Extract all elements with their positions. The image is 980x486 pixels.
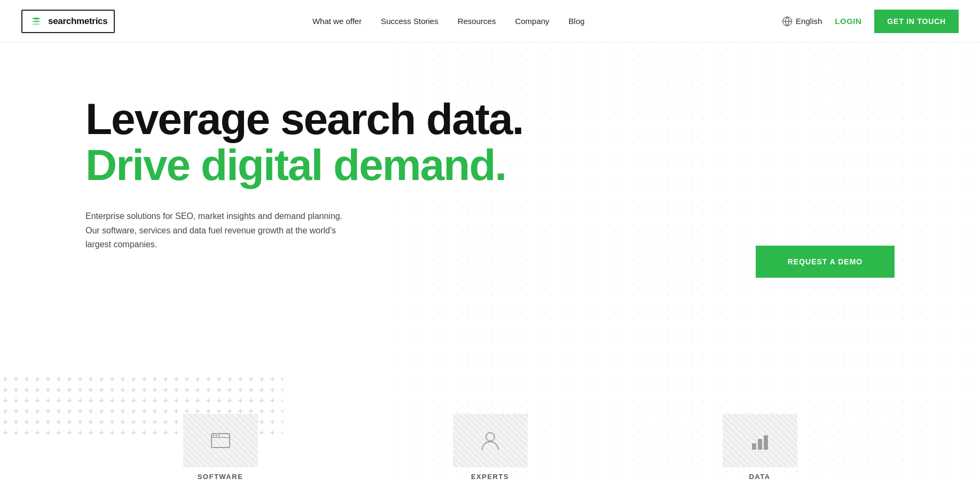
logo-text: searchmetrics [48, 16, 107, 27]
nav-item-resources[interactable]: Resources [458, 17, 496, 26]
request-demo-button[interactable]: REQUEST A DEMO [756, 246, 895, 278]
nav-right: English LOGIN GET IN TOUCH [782, 10, 959, 33]
experts-visual-icon [477, 427, 504, 454]
svg-point-8 [215, 435, 217, 436]
globe-icon [782, 16, 793, 27]
svg-rect-12 [758, 439, 762, 450]
svg-point-7 [213, 435, 214, 436]
hero-headline-green: Drive digital demand. [85, 142, 566, 188]
get-in-touch-button[interactable]: GET IN TOUCH [874, 10, 959, 33]
feature-card-data: DATA [707, 414, 813, 481]
hero-content: Leverage search data. Drive digital dema… [85, 96, 566, 252]
feature-card-experts: EXPERTS [437, 414, 544, 481]
logo-icon [29, 14, 44, 29]
feature-bar: SOFTWARE EXPERTS DATA [0, 414, 980, 481]
hero-description: Enterprise solutions for SEO, market ins… [85, 209, 352, 252]
login-link[interactable]: LOGIN [835, 17, 861, 26]
software-label: SOFTWARE [198, 473, 244, 481]
software-icon-box [183, 414, 258, 467]
data-icon-box [723, 414, 797, 467]
language-selector[interactable]: English [782, 16, 822, 27]
nav-item-blog[interactable]: Blog [569, 17, 585, 26]
language-label: English [796, 17, 822, 26]
nav-links: What we offer Success Stories Resources … [115, 17, 782, 26]
svg-point-9 [218, 435, 219, 436]
svg-rect-11 [752, 443, 756, 450]
software-visual-icon [207, 427, 234, 454]
svg-rect-13 [764, 435, 768, 450]
nav-item-success-stories[interactable]: Success Stories [381, 17, 438, 26]
data-label: DATA [749, 473, 770, 481]
request-demo-container: REQUEST A DEMO [756, 246, 895, 278]
data-visual-icon [747, 427, 773, 454]
svg-point-10 [486, 433, 495, 441]
hero-headline-black: Leverage search data. [85, 96, 566, 142]
nav-item-company[interactable]: Company [515, 17, 549, 26]
logo-link[interactable]: searchmetrics [21, 10, 115, 33]
nav-item-what-we-offer[interactable]: What we offer [312, 17, 362, 26]
feature-card-software: SOFTWARE [167, 414, 274, 481]
navbar: searchmetrics What we offer Success Stor… [0, 0, 980, 43]
hero-section: Leverage search data. Drive digital dema… [0, 43, 980, 481]
experts-icon-box [453, 414, 528, 467]
experts-label: EXPERTS [471, 473, 509, 481]
